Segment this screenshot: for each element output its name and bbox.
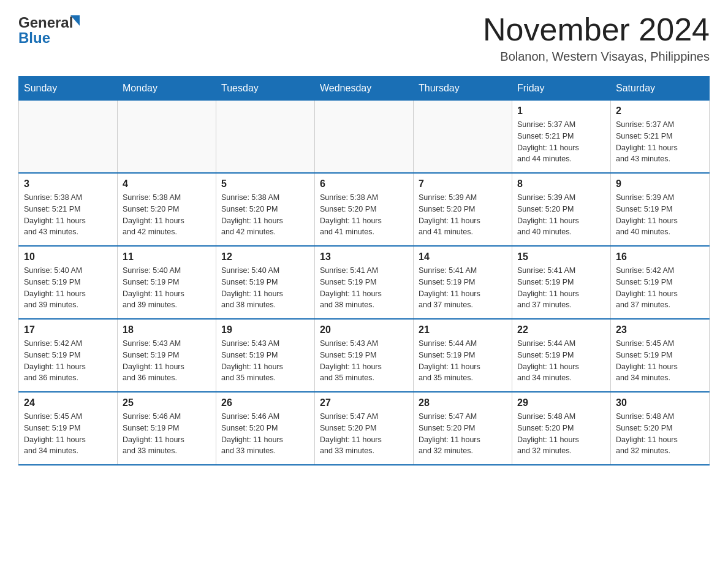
calendar-cell: 6Sunrise: 5:38 AMSunset: 5:20 PMDaylight… xyxy=(315,173,414,246)
title-block: November 2024 Bolanon, Western Visayas, … xyxy=(483,12,710,64)
day-number: 17 xyxy=(24,324,112,335)
day-number: 1 xyxy=(517,105,605,117)
day-number: 26 xyxy=(221,397,309,408)
day-info: Sunrise: 5:40 AMSunset: 5:19 PMDaylight:… xyxy=(123,265,211,311)
calendar-cell: 9Sunrise: 5:39 AMSunset: 5:19 PMDaylight… xyxy=(611,173,710,246)
calendar-cell xyxy=(414,101,512,174)
calendar-cell: 23Sunrise: 5:45 AMSunset: 5:19 PMDayligh… xyxy=(611,319,710,392)
calendar-cell: 10Sunrise: 5:40 AMSunset: 5:19 PMDayligh… xyxy=(19,246,118,319)
svg-text:Blue: Blue xyxy=(18,29,50,46)
day-number: 11 xyxy=(123,251,211,262)
day-number: 24 xyxy=(24,397,112,408)
day-info: Sunrise: 5:43 AMSunset: 5:19 PMDaylight:… xyxy=(320,338,408,384)
calendar-cell: 26Sunrise: 5:46 AMSunset: 5:20 PMDayligh… xyxy=(216,392,315,465)
calendar-week-row: 10Sunrise: 5:40 AMSunset: 5:19 PMDayligh… xyxy=(19,246,710,319)
day-number: 5 xyxy=(221,178,309,190)
svg-text:General: General xyxy=(18,14,73,31)
calendar-week-row: 3Sunrise: 5:38 AMSunset: 5:21 PMDaylight… xyxy=(19,173,710,246)
day-info: Sunrise: 5:37 AMSunset: 5:21 PMDaylight:… xyxy=(517,119,605,165)
day-info: Sunrise: 5:46 AMSunset: 5:19 PMDaylight:… xyxy=(123,411,211,457)
location: Bolanon, Western Visayas, Philippines xyxy=(483,50,710,64)
calendar-cell: 24Sunrise: 5:45 AMSunset: 5:19 PMDayligh… xyxy=(19,392,118,465)
day-info: Sunrise: 5:48 AMSunset: 5:20 PMDaylight:… xyxy=(616,411,704,457)
calendar-day-header: Monday xyxy=(118,77,216,101)
calendar-cell xyxy=(118,101,216,174)
calendar-week-row: 17Sunrise: 5:42 AMSunset: 5:19 PMDayligh… xyxy=(19,319,710,392)
calendar-week-row: 1Sunrise: 5:37 AMSunset: 5:21 PMDaylight… xyxy=(19,101,710,174)
calendar-day-header: Sunday xyxy=(19,77,118,101)
day-number: 18 xyxy=(123,324,211,335)
day-number: 27 xyxy=(320,397,408,408)
day-info: Sunrise: 5:41 AMSunset: 5:19 PMDaylight:… xyxy=(320,265,408,311)
day-info: Sunrise: 5:40 AMSunset: 5:19 PMDaylight:… xyxy=(24,265,112,311)
day-info: Sunrise: 5:38 AMSunset: 5:20 PMDaylight:… xyxy=(123,192,211,238)
day-number: 15 xyxy=(517,251,605,262)
calendar-cell: 28Sunrise: 5:47 AMSunset: 5:20 PMDayligh… xyxy=(414,392,512,465)
day-info: Sunrise: 5:39 AMSunset: 5:19 PMDaylight:… xyxy=(616,192,704,238)
day-number: 28 xyxy=(419,397,507,408)
day-number: 19 xyxy=(221,324,309,335)
day-number: 12 xyxy=(221,251,309,262)
logo-icon: General Blue xyxy=(18,12,80,46)
calendar-day-header: Thursday xyxy=(414,77,512,101)
day-number: 25 xyxy=(123,397,211,408)
calendar-cell: 25Sunrise: 5:46 AMSunset: 5:19 PMDayligh… xyxy=(118,392,216,465)
calendar-cell: 29Sunrise: 5:48 AMSunset: 5:20 PMDayligh… xyxy=(512,392,611,465)
calendar-cell: 19Sunrise: 5:43 AMSunset: 5:19 PMDayligh… xyxy=(216,319,315,392)
calendar-cell: 4Sunrise: 5:38 AMSunset: 5:20 PMDaylight… xyxy=(118,173,216,246)
day-info: Sunrise: 5:46 AMSunset: 5:20 PMDaylight:… xyxy=(221,411,309,457)
calendar-week-row: 24Sunrise: 5:45 AMSunset: 5:19 PMDayligh… xyxy=(19,392,710,465)
calendar-cell: 15Sunrise: 5:41 AMSunset: 5:19 PMDayligh… xyxy=(512,246,611,319)
calendar-day-header: Friday xyxy=(512,77,611,101)
day-number: 7 xyxy=(419,178,507,190)
calendar-header-row: SundayMondayTuesdayWednesdayThursdayFrid… xyxy=(19,77,710,101)
day-info: Sunrise: 5:43 AMSunset: 5:19 PMDaylight:… xyxy=(221,338,309,384)
calendar-cell xyxy=(315,101,414,174)
day-number: 2 xyxy=(616,105,704,117)
day-info: Sunrise: 5:40 AMSunset: 5:19 PMDaylight:… xyxy=(221,265,309,311)
day-number: 20 xyxy=(320,324,408,335)
day-info: Sunrise: 5:38 AMSunset: 5:21 PMDaylight:… xyxy=(24,192,112,238)
day-info: Sunrise: 5:41 AMSunset: 5:19 PMDaylight:… xyxy=(419,265,507,311)
month-title: November 2024 xyxy=(483,12,710,47)
day-number: 21 xyxy=(419,324,507,335)
day-number: 3 xyxy=(24,178,112,190)
day-number: 8 xyxy=(517,178,605,190)
day-info: Sunrise: 5:42 AMSunset: 5:19 PMDaylight:… xyxy=(616,265,704,311)
calendar-cell: 2Sunrise: 5:37 AMSunset: 5:21 PMDaylight… xyxy=(611,101,710,174)
calendar-cell: 30Sunrise: 5:48 AMSunset: 5:20 PMDayligh… xyxy=(611,392,710,465)
calendar-cell: 3Sunrise: 5:38 AMSunset: 5:21 PMDaylight… xyxy=(19,173,118,246)
day-number: 13 xyxy=(320,251,408,262)
day-info: Sunrise: 5:48 AMSunset: 5:20 PMDaylight:… xyxy=(517,411,605,457)
day-number: 22 xyxy=(517,324,605,335)
day-number: 30 xyxy=(616,397,704,408)
day-number: 9 xyxy=(616,178,704,190)
calendar-day-header: Wednesday xyxy=(315,77,414,101)
calendar-cell: 22Sunrise: 5:44 AMSunset: 5:19 PMDayligh… xyxy=(512,319,611,392)
day-number: 10 xyxy=(24,251,112,262)
page-header: General Blue November 2024 Bolanon, West… xyxy=(18,12,710,64)
calendar-cell: 20Sunrise: 5:43 AMSunset: 5:19 PMDayligh… xyxy=(315,319,414,392)
day-number: 29 xyxy=(517,397,605,408)
day-info: Sunrise: 5:45 AMSunset: 5:19 PMDaylight:… xyxy=(616,338,704,384)
calendar-cell: 1Sunrise: 5:37 AMSunset: 5:21 PMDaylight… xyxy=(512,101,611,174)
day-info: Sunrise: 5:44 AMSunset: 5:19 PMDaylight:… xyxy=(517,338,605,384)
calendar-cell: 21Sunrise: 5:44 AMSunset: 5:19 PMDayligh… xyxy=(414,319,512,392)
calendar-cell: 8Sunrise: 5:39 AMSunset: 5:20 PMDaylight… xyxy=(512,173,611,246)
day-info: Sunrise: 5:47 AMSunset: 5:20 PMDaylight:… xyxy=(419,411,507,457)
calendar-cell: 7Sunrise: 5:39 AMSunset: 5:20 PMDaylight… xyxy=(414,173,512,246)
day-info: Sunrise: 5:39 AMSunset: 5:20 PMDaylight:… xyxy=(419,192,507,238)
calendar-cell: 14Sunrise: 5:41 AMSunset: 5:19 PMDayligh… xyxy=(414,246,512,319)
day-number: 16 xyxy=(616,251,704,262)
logo: General Blue xyxy=(18,12,80,46)
day-info: Sunrise: 5:43 AMSunset: 5:19 PMDaylight:… xyxy=(123,338,211,384)
day-info: Sunrise: 5:42 AMSunset: 5:19 PMDaylight:… xyxy=(24,338,112,384)
calendar-cell: 18Sunrise: 5:43 AMSunset: 5:19 PMDayligh… xyxy=(118,319,216,392)
day-number: 23 xyxy=(616,324,704,335)
calendar-cell xyxy=(19,101,118,174)
day-number: 4 xyxy=(123,178,211,190)
day-info: Sunrise: 5:41 AMSunset: 5:19 PMDaylight:… xyxy=(517,265,605,311)
day-number: 14 xyxy=(419,251,507,262)
day-info: Sunrise: 5:37 AMSunset: 5:21 PMDaylight:… xyxy=(616,119,704,165)
calendar-table: SundayMondayTuesdayWednesdayThursdayFrid… xyxy=(18,76,710,465)
